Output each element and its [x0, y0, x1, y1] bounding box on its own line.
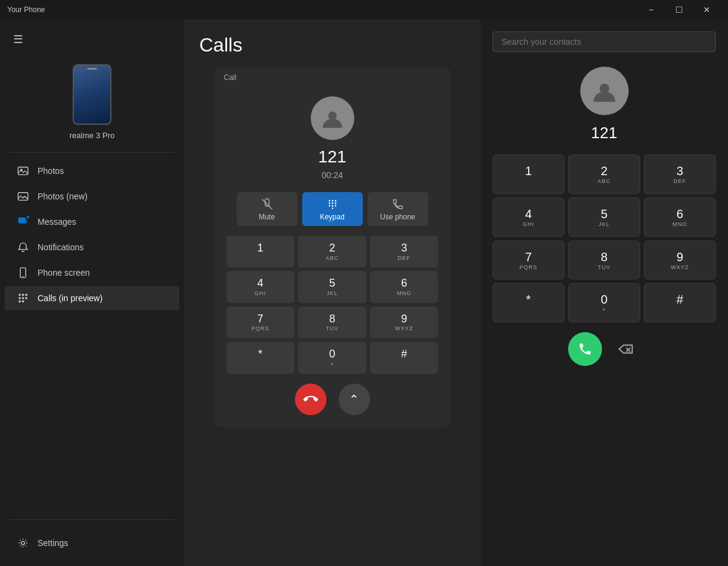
end-call-icon [303, 392, 318, 407]
svg-point-21 [331, 202, 333, 204]
right-key-4[interactable]: 4GHI [492, 198, 564, 237]
use-phone-icon [392, 198, 404, 210]
right-key-star[interactable]: * [492, 283, 564, 322]
mute-label: Mute [259, 213, 275, 221]
sidebar-bottom: Settings [0, 520, 184, 566]
key-hash[interactable]: # [370, 342, 438, 373]
right-key-2[interactable]: 2ABC [568, 155, 640, 194]
right-keypad: 1 2ABC 3DEF 4GHI 5JKL 6MNO 7PQRS 8TUV 9W… [492, 155, 716, 322]
nav-items: Photos Photos (new) [0, 153, 184, 519]
key-5[interactable]: 5JKL [298, 271, 366, 302]
right-key-1[interactable]: 1 [492, 155, 564, 194]
key-9[interactable]: 9WXYZ [370, 307, 438, 338]
backspace-button[interactable] [612, 335, 641, 364]
sidebar-item-messages[interactable]: Messages [5, 210, 179, 234]
svg-line-16 [262, 199, 272, 210]
sidebar-item-messages-label: Messages [38, 217, 76, 227]
sidebar-item-notifications[interactable]: Notifications [5, 235, 179, 259]
svg-point-13 [22, 301, 24, 303]
call-icon [578, 342, 592, 356]
sidebar: ☰ realme 3 Pro Photos [0, 19, 185, 566]
calls-title: Calls [199, 34, 242, 56]
end-call-button[interactable] [295, 384, 326, 415]
phone-mockup: Call 121 00:24 Mute [214, 68, 451, 427]
svg-point-12 [19, 301, 21, 303]
sidebar-item-notifications-label: Notifications [38, 242, 84, 252]
photos-icon [17, 165, 29, 177]
hamburger-icon: ☰ [13, 33, 23, 45]
chevron-up-icon: ⌃ [349, 392, 359, 407]
call-number: 121 [318, 147, 346, 167]
sidebar-item-photos-new[interactable]: Photos (new) [5, 184, 179, 208]
right-contact-avatar [580, 67, 629, 115]
sidebar-item-photos[interactable]: Photos [5, 159, 179, 183]
svg-point-24 [331, 205, 333, 207]
app-title: Your Phone [7, 5, 45, 14]
key-0[interactable]: 0+ [298, 342, 366, 373]
call-avatar [311, 96, 354, 140]
right-panel: 121 1 2ABC 3DEF 4GHI 5JKL 6MNO 7PQRS 8TU… [480, 19, 728, 566]
sidebar-item-settings[interactable]: Settings [5, 531, 179, 555]
maximize-button[interactable]: ☐ [665, 0, 693, 19]
svg-point-23 [328, 205, 330, 207]
titlebar-left: Your Phone [7, 5, 45, 14]
right-key-7[interactable]: 7PQRS [492, 241, 564, 280]
sidebar-item-calls[interactable]: Calls (in preview) [5, 286, 179, 310]
key-7[interactable]: 7PQRS [227, 307, 295, 338]
svg-point-6 [19, 294, 21, 296]
hamburger-button[interactable]: ☰ [10, 29, 27, 50]
calls-icon [17, 292, 29, 304]
right-number: 121 [492, 124, 716, 142]
call-button[interactable] [568, 332, 602, 366]
more-button[interactable]: ⌃ [339, 384, 370, 415]
center-panel: Calls Call 121 00:24 Mute [185, 19, 480, 566]
sidebar-item-photos-new-label: Photos (new) [38, 191, 87, 201]
use-phone-label: Use phone [380, 213, 415, 221]
action-row: Mute Keypad [227, 192, 438, 226]
sidebar-top: ☰ [0, 19, 184, 57]
right-key-6[interactable]: 6MNO [644, 198, 716, 237]
key-2[interactable]: 2ABC [298, 236, 366, 267]
phone-mockup-body: 121 00:24 Mute [214, 87, 451, 427]
mute-button[interactable]: Mute [237, 192, 297, 226]
use-phone-button[interactable]: Use phone [368, 192, 428, 226]
key-8[interactable]: 8TUV [298, 307, 366, 338]
key-1[interactable]: 1 [227, 236, 295, 267]
search-input[interactable] [492, 32, 716, 52]
right-key-9[interactable]: 9WXYZ [644, 241, 716, 280]
close-button[interactable]: ✕ [693, 0, 721, 19]
key-star[interactable]: * [227, 342, 295, 373]
key-4[interactable]: 4GHI [227, 271, 295, 302]
svg-point-15 [328, 112, 337, 120]
svg-point-25 [334, 205, 336, 207]
titlebar: Your Phone − ☐ ✕ [0, 0, 728, 19]
key-3[interactable]: 3DEF [370, 236, 438, 267]
right-key-hash[interactable]: # [644, 283, 716, 322]
right-key-3[interactable]: 3DEF [644, 155, 716, 194]
notifications-icon [17, 241, 29, 253]
right-key-0[interactable]: 0+ [568, 283, 640, 322]
svg-point-18 [331, 200, 333, 202]
key-6[interactable]: 6MNO [370, 271, 438, 302]
bottom-controls: ⌃ [295, 384, 370, 415]
svg-point-17 [328, 200, 330, 202]
svg-point-20 [328, 202, 330, 204]
sidebar-item-settings-label: Settings [38, 538, 68, 548]
settings-icon [17, 537, 29, 549]
svg-point-19 [334, 200, 336, 202]
sidebar-item-phone-screen-label: Phone screen [38, 268, 90, 278]
device-image [73, 64, 111, 125]
right-key-8[interactable]: 8TUV [568, 241, 640, 280]
app-body: ☰ realme 3 Pro Photos [0, 19, 728, 566]
svg-point-10 [22, 297, 24, 299]
keypad-icon [326, 198, 339, 210]
sidebar-item-phone-screen[interactable]: Phone screen [5, 261, 179, 285]
svg-point-11 [25, 297, 28, 299]
svg-point-7 [22, 294, 24, 296]
messages-badge [25, 215, 30, 219]
right-key-5[interactable]: 5JKL [568, 198, 640, 237]
svg-point-22 [334, 202, 336, 204]
backspace-icon [618, 341, 634, 357]
minimize-button[interactable]: − [637, 0, 665, 19]
keypad-button[interactable]: Keypad [302, 192, 363, 226]
